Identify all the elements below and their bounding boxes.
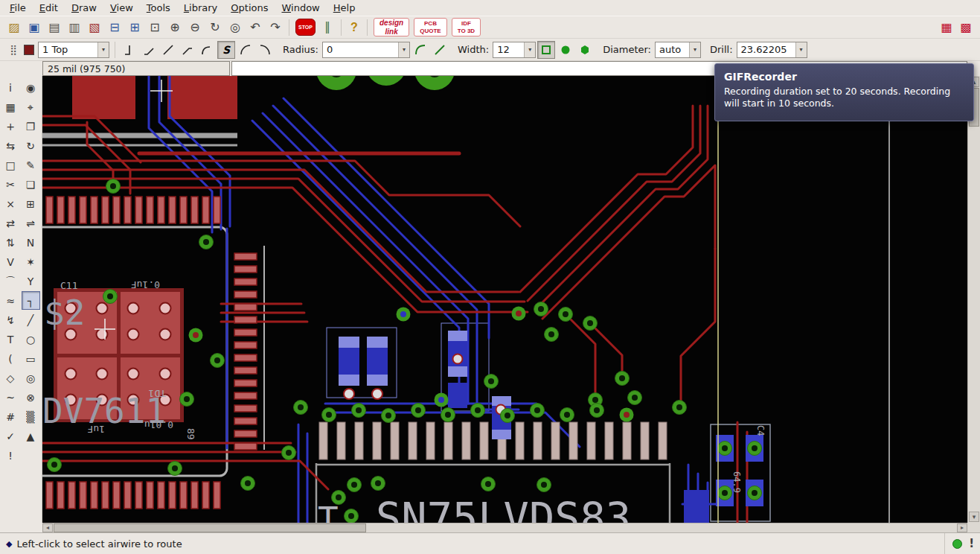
tool-miter[interactable]: ⌒: [1, 272, 20, 290]
scroll-right-arrow[interactable]: ▸: [957, 523, 967, 532]
via-shape-octagon-button[interactable]: [576, 41, 594, 59]
tool-ratsnest[interactable]: #: [1, 407, 20, 426]
open-button[interactable]: ▨: [4, 18, 24, 37]
tool-polygon[interactable]: ◇: [1, 369, 20, 387]
module-red-button[interactable]: ▦: [937, 18, 956, 37]
tool-mirror[interactable]: ⇆: [1, 136, 20, 155]
chevron-down-icon[interactable]: ▾: [97, 42, 109, 57]
wire-bend-spline-button[interactable]: S: [217, 41, 235, 59]
window-tile-button[interactable]: ⊟: [105, 18, 124, 37]
save-button[interactable]: ▣: [25, 18, 44, 37]
wire-bend-arc-right-button[interactable]: [256, 41, 274, 59]
menu-view[interactable]: View: [103, 1, 140, 15]
tool-text[interactable]: T: [1, 330, 20, 348]
tool-add[interactable]: ⊞: [22, 194, 40, 213]
tool-gateswap[interactable]: ⇌: [22, 214, 40, 232]
notification-toast[interactable]: GIFRecorder Recording duration set to 20…: [714, 63, 974, 121]
wire-bend-45down-button[interactable]: [179, 41, 196, 59]
miter-round-button[interactable]: [411, 41, 429, 59]
scroll-down-arrow[interactable]: ▾: [969, 512, 979, 522]
menu-options[interactable]: Options: [224, 1, 275, 15]
wire-bend-arc-left-button[interactable]: [237, 41, 254, 59]
tool-copy[interactable]: ❐: [22, 117, 40, 136]
alert-red-button[interactable]: ▩: [956, 18, 976, 37]
menu-library[interactable]: Library: [177, 1, 224, 15]
tool-group[interactable]: □: [1, 156, 20, 174]
tool-route[interactable]: ┐: [22, 291, 40, 310]
chevron-down-icon[interactable]: ▾: [795, 42, 807, 57]
scroll-left-arrow[interactable]: ◂: [42, 523, 53, 532]
stop-button[interactable]: STOP: [295, 19, 316, 36]
tool-delete[interactable]: ×: [1, 194, 20, 213]
tool-mark[interactable]: ⌖: [22, 98, 40, 116]
tool-replace[interactable]: ⇅: [1, 233, 20, 252]
grid-settings-button[interactable]: ⣿: [4, 41, 22, 59]
vertical-scrollbar[interactable]: ▴ ▾: [967, 76, 980, 523]
tool-arc[interactable]: (: [1, 349, 20, 368]
menu-help[interactable]: Help: [327, 1, 362, 15]
tool-info[interactable]: i: [1, 78, 20, 97]
window-grid-button[interactable]: ⊞: [125, 18, 144, 37]
design-link-button[interactable]: design link: [374, 18, 409, 36]
wire-bend-arc-button[interactable]: [198, 41, 216, 59]
tool-via[interactable]: ◎: [22, 369, 40, 387]
tool-rect[interactable]: ▭: [22, 349, 40, 368]
zoom-out-button[interactable]: ⊖: [185, 18, 205, 37]
tool-drc[interactable]: ▲: [22, 427, 40, 445]
undo-button[interactable]: ↶: [246, 18, 265, 37]
tool-auto[interactable]: ▒: [22, 407, 40, 426]
switch-editor-button[interactable]: ▧: [85, 18, 104, 37]
tool-cut[interactable]: ✂: [1, 175, 20, 194]
zoom-fit-button[interactable]: ⊡: [145, 18, 164, 37]
tool-split[interactable]: Y: [22, 272, 40, 290]
tool-display[interactable]: ▦: [1, 98, 20, 116]
zoom-select-button[interactable]: ◎: [225, 18, 245, 37]
layer-select[interactable]: 1 Top ▾: [38, 42, 109, 58]
menu-window[interactable]: Window: [275, 1, 326, 15]
via-shape-square-button[interactable]: [537, 41, 555, 59]
wire-bend-45up-button[interactable]: [140, 41, 158, 59]
wire-bend-90up-button[interactable]: [121, 41, 138, 59]
miter-straight-button[interactable]: [431, 41, 449, 59]
tool-rotate[interactable]: ↻: [22, 136, 40, 155]
errors-icon[interactable]: !: [969, 537, 974, 550]
redo-button[interactable]: ↷: [266, 18, 285, 37]
idf-to-3d-button[interactable]: IDF TO 3D: [452, 18, 481, 36]
via-shape-round-button[interactable]: [557, 41, 574, 59]
tool-optimize[interactable]: ≈: [1, 291, 20, 310]
tool-wire[interactable]: ╱: [22, 311, 40, 329]
wire-bend-diagonal-button[interactable]: [159, 41, 177, 59]
chevron-down-icon[interactable]: ▾: [398, 42, 409, 57]
chevron-down-icon[interactable]: ▾: [524, 42, 535, 57]
horizontal-scrollbar[interactable]: ◂ ▸: [42, 523, 967, 532]
radius-select[interactable]: 0 ▾: [322, 42, 410, 58]
zoom-in-button[interactable]: ⊕: [165, 18, 185, 37]
drc-ok-icon[interactable]: [952, 539, 962, 549]
tool-ripup[interactable]: ↯: [1, 311, 20, 329]
tool-move[interactable]: +: [1, 117, 20, 136]
menu-file[interactable]: File: [3, 1, 33, 15]
menu-tools[interactable]: Tools: [140, 1, 177, 15]
menu-draw[interactable]: Draw: [65, 1, 103, 15]
tool-change[interactable]: ✎: [22, 156, 40, 174]
help-button[interactable]: ?: [345, 19, 363, 36]
tool-signal[interactable]: ~: [1, 388, 20, 407]
tool-paste[interactable]: ❏: [22, 175, 40, 194]
tool-errors[interactable]: !: [1, 446, 20, 465]
tool-circle[interactable]: ○: [22, 330, 40, 348]
drill-select[interactable]: 23.62205 ▾: [737, 42, 807, 58]
menu-edit[interactable]: Edit: [33, 1, 65, 15]
horizontal-scroll-thumb[interactable]: [54, 523, 366, 532]
pcb-canvas[interactable]: $2 DV7611 SN75LVDS83 T C11 0.1uF TD1 0.0…: [42, 76, 967, 523]
go-button[interactable]: ‖: [318, 18, 337, 37]
tool-pinswap[interactable]: ⇄: [1, 214, 20, 232]
chevron-down-icon[interactable]: ▾: [689, 42, 700, 57]
tool-name[interactable]: N: [22, 233, 40, 252]
print-button[interactable]: ▤: [45, 18, 64, 37]
tool-show[interactable]: ◉: [22, 78, 40, 97]
pcb-quote-button[interactable]: PCB QUOTE: [414, 18, 446, 36]
tool-hole[interactable]: ⊗: [22, 388, 40, 407]
cam-processor-button[interactable]: ▥: [65, 18, 84, 37]
diameter-select[interactable]: auto ▾: [655, 42, 701, 58]
tool-smash[interactable]: ✶: [22, 252, 40, 271]
